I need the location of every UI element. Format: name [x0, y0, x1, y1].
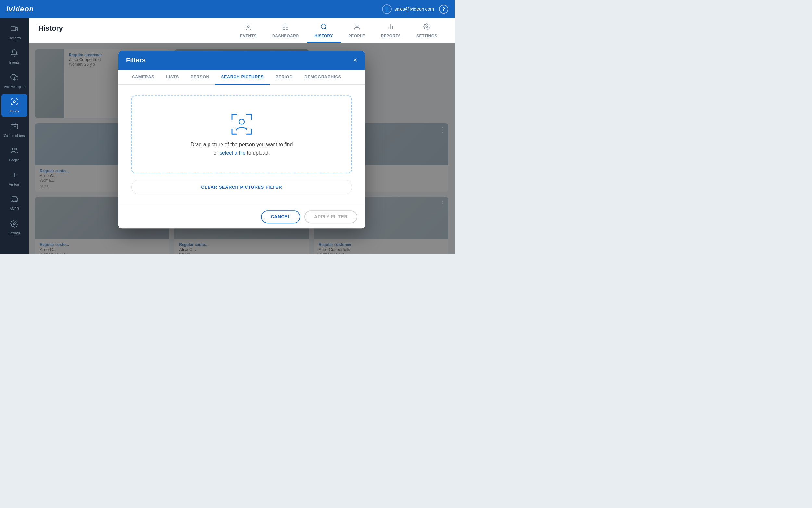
sidebar-item-visitors[interactable]: Visitors — [1, 167, 27, 190]
cash-registers-icon — [10, 122, 18, 132]
sidebar-people-label: People — [9, 158, 19, 162]
svg-point-8 — [15, 148, 17, 150]
modal-close-button[interactable]: × — [353, 56, 357, 64]
svg-point-14 — [13, 223, 15, 224]
sidebar-item-people[interactable]: People — [1, 143, 27, 166]
dashboard-tab-label: DASHBOARD — [272, 34, 299, 38]
modal-body: Drag a picture of the percon you want to… — [118, 85, 365, 205]
help-button[interactable]: ? — [439, 5, 448, 14]
filter-tab-period[interactable]: PERIOD — [270, 70, 298, 85]
events-tab-icon — [245, 23, 252, 32]
sidebar-faces-label: Faces — [10, 110, 18, 113]
nav-tabs: EVENTS DASHBOARD HISTORY — [232, 20, 445, 43]
sidebar-visitors-label: Visitors — [9, 183, 20, 186]
clear-filter-button[interactable]: CLEAR SEARCH PICTURES FILTER — [131, 180, 352, 194]
sidebar-events-label: Events — [9, 61, 19, 65]
user-avatar-icon: 👤 — [382, 4, 392, 14]
drop-zone-text: Drag a picture of the percon you want to… — [191, 140, 293, 157]
svg-rect-0 — [11, 27, 15, 31]
sidebar-settings-label: Settings — [8, 231, 20, 235]
svg-rect-16 — [283, 24, 285, 26]
sidebar-item-cash-registers[interactable]: Cash registers — [1, 118, 27, 141]
svg-point-2 — [13, 101, 15, 103]
sidebar-archive-label: Archive export — [4, 85, 25, 89]
svg-point-20 — [321, 24, 326, 29]
top-right-area: 👤 sales@ivideon.com ? — [382, 4, 448, 14]
filter-tab-lists[interactable]: LISTS — [160, 70, 185, 85]
tab-people[interactable]: PEOPLE — [341, 20, 373, 43]
image-drop-zone[interactable]: Drag a picture of the percon you want to… — [131, 95, 352, 173]
tab-dashboard[interactable]: DASHBOARD — [265, 20, 307, 43]
sidebar-cash-label: Cash registers — [4, 134, 25, 137]
cancel-button[interactable]: CANCEL — [261, 210, 300, 223]
app-logo: ivideon — [6, 5, 34, 13]
main-content: Regular customer Alice Copperfield Woman… — [29, 43, 455, 254]
sidebar: Cameras Events Archive export Faces Cash… — [0, 18, 29, 254]
reports-tab-label: REPORTS — [381, 34, 401, 38]
sidebar-anpr-label: ANPR — [10, 207, 19, 211]
events-tab-label: EVENTS — [240, 34, 256, 38]
visitors-icon — [10, 171, 18, 181]
cameras-icon — [10, 25, 18, 35]
svg-point-7 — [12, 148, 14, 150]
sidebar-item-faces[interactable]: Faces — [1, 94, 27, 117]
settings-tab-label: SETTINGS — [416, 34, 437, 38]
filter-tab-person[interactable]: PERSON — [185, 70, 216, 85]
faces-icon — [10, 98, 18, 108]
reports-tab-icon — [387, 23, 394, 32]
tab-reports[interactable]: REPORTS — [373, 20, 409, 43]
svg-point-27 — [239, 119, 244, 124]
svg-line-21 — [325, 28, 326, 29]
top-navbar: ivideon 👤 sales@ivideon.com ? — [0, 0, 455, 18]
filter-tab-cameras[interactable]: CAMERAS — [126, 70, 160, 85]
svg-rect-17 — [286, 24, 288, 26]
anpr-icon — [10, 195, 18, 205]
secondary-nav: History EVENTS DASHBOARD — [29, 18, 455, 43]
user-email: sales@ivideon.com — [394, 6, 434, 12]
events-icon — [10, 49, 18, 59]
tab-history[interactable]: HISTORY — [307, 20, 341, 43]
filter-tab-demographics[interactable]: DEMOGRAPHICS — [298, 70, 347, 85]
dashboard-tab-icon — [282, 23, 289, 32]
face-scan-icon — [229, 111, 255, 137]
sidebar-item-cameras[interactable]: Cameras — [1, 21, 27, 44]
svg-point-26 — [426, 26, 428, 28]
modal-footer: CANCEL APPLY FILTER — [118, 205, 365, 228]
select-file-link[interactable]: select a file — [220, 150, 246, 156]
sidebar-item-settings[interactable]: Settings — [1, 216, 27, 239]
sidebar-item-archive-export[interactable]: Archive export — [1, 70, 27, 93]
tab-settings[interactable]: SETTINGS — [409, 20, 445, 43]
archive-export-icon — [10, 74, 18, 83]
sidebar-item-events[interactable]: Events — [1, 45, 27, 68]
svg-point-15 — [247, 26, 249, 28]
svg-rect-19 — [286, 27, 288, 29]
filter-tab-search-pictures[interactable]: SEARCH PICTURES — [215, 70, 270, 85]
apply-filter-button[interactable]: APPLY FILTER — [304, 210, 357, 223]
history-tab-icon — [320, 23, 327, 32]
modal-title: Filters — [126, 56, 145, 64]
history-tab-label: HISTORY — [315, 34, 333, 38]
tab-events[interactable]: EVENTS — [232, 20, 265, 43]
modal-tabs: CAMERAS LISTS PERSON SEARCH PICTURES PER… — [118, 70, 365, 85]
settings-tab-icon — [423, 23, 430, 32]
modal-header: Filters × — [118, 51, 365, 70]
main-layout: Cameras Events Archive export Faces Cash… — [0, 18, 455, 254]
svg-point-22 — [356, 24, 358, 26]
sidebar-item-anpr[interactable]: ANPR — [1, 192, 27, 214]
people-icon — [10, 146, 18, 156]
content-area: History EVENTS DASHBOARD — [29, 18, 455, 254]
people-tab-icon — [353, 23, 361, 32]
svg-rect-18 — [283, 27, 285, 29]
page-title: History — [38, 24, 63, 33]
user-info[interactable]: 👤 sales@ivideon.com — [382, 4, 434, 14]
people-tab-label: PEOPLE — [348, 34, 366, 38]
filters-modal: Filters × CAMERAS LISTS PERSON SEARCH — [118, 51, 365, 228]
sidebar-cameras-label: Cameras — [8, 36, 21, 40]
settings-icon — [10, 220, 18, 229]
